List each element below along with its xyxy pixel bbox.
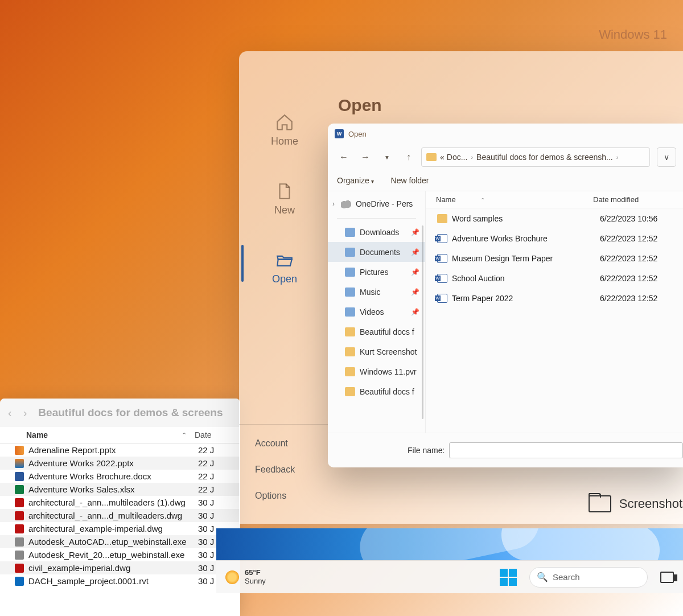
word-file-icon <box>437 274 447 283</box>
file-name: Word samples <box>452 214 600 223</box>
list-item[interactable]: Term Paper 20226/22/2023 12:52 <box>426 288 683 308</box>
list-item[interactable]: architectural_-_ann...d_multileaders.dwg… <box>0 509 240 522</box>
word-file-icon <box>437 294 447 303</box>
tree-folder[interactable]: Kurt Screenshot <box>328 342 425 362</box>
nav-feedback[interactable]: Feedback <box>255 465 314 475</box>
ppt2-file-icon <box>15 459 24 468</box>
nav-new[interactable]: New <box>239 170 330 239</box>
list-item[interactable]: Adventure Works Sales.xlsx22 J <box>0 483 240 496</box>
dwg-file-icon <box>15 524 24 533</box>
open-file-dialog: W Open ← → ▼ ↑ « Doc... › Beautiful docs… <box>328 124 683 467</box>
nav-open[interactable]: Open <box>239 239 330 308</box>
list-item[interactable]: Autodesk_Revit_20...etup_webinstall.exe3… <box>0 548 240 561</box>
pin-icon[interactable]: 📌 <box>411 228 419 236</box>
organize-button[interactable]: Organize <box>337 176 374 185</box>
nav-back-button[interactable]: ← <box>335 148 353 166</box>
col-date-modified[interactable]: Date modified <box>593 195 683 204</box>
home-icon <box>275 113 294 132</box>
tree-music[interactable]: Music 📌 <box>328 282 425 302</box>
pin-icon[interactable]: 📌 <box>411 268 419 276</box>
pin-icon[interactable]: 📌 <box>411 248 419 256</box>
file-name: Adventure Works Brochure.docx <box>28 471 198 481</box>
list-item[interactable]: Autodesk_AutoCAD...etup_webinstall.exe30… <box>0 535 240 548</box>
screenshots-folder-button[interactable]: Screenshots <box>589 495 683 512</box>
mac-col-date[interactable]: Date <box>195 430 240 440</box>
mac-col-name[interactable]: Name <box>26 430 179 440</box>
taskbar-search[interactable]: 🔍 Search <box>529 567 648 588</box>
breadcrumb[interactable]: « Doc... › Beautiful docs for demos & sc… <box>421 147 650 167</box>
ppt-file-icon <box>15 446 24 455</box>
screenshots-label: Screenshots <box>619 496 683 511</box>
file-date: 6/22/2023 10:56 <box>600 214 657 223</box>
pin-icon[interactable]: 📌 <box>411 308 419 316</box>
file-name: architectural_-_ann...d_multileaders.dwg <box>28 511 198 520</box>
tree-folder[interactable]: Windows 11.pvr <box>328 362 425 381</box>
search-icon: 🔍 <box>537 572 548 582</box>
tree-pictures[interactable]: Pictures 📌 <box>328 262 425 282</box>
start-button[interactable] <box>500 569 517 586</box>
folder-open-icon <box>275 250 294 270</box>
search-placeholder: Search <box>553 572 580 582</box>
file-name: architectural_example-imperial.dwg <box>28 524 198 533</box>
refresh-button[interactable]: ∨ <box>657 147 676 167</box>
file-name-input[interactable] <box>449 442 683 458</box>
chevron-right-icon: › <box>616 154 619 161</box>
nav-up-button[interactable]: ↑ <box>400 148 418 166</box>
col-name[interactable]: Name <box>436 195 456 204</box>
list-item[interactable]: School Auction6/22/2023 12:52 <box>426 268 683 288</box>
nav-options[interactable]: Options <box>255 491 314 501</box>
file-date: 22 J <box>198 471 240 481</box>
task-view-button[interactable] <box>660 572 674 583</box>
folder-icon <box>437 214 447 223</box>
documents-icon <box>345 248 355 257</box>
list-item[interactable]: architectural_example-imperial.dwg30 J <box>0 522 240 535</box>
list-item[interactable]: Adventure Works 2022.pptx22 J <box>0 457 240 470</box>
file-name-label: File name: <box>408 446 445 455</box>
list-item[interactable]: DACH_sample_project.0001.rvt30 J <box>0 574 240 588</box>
list-item[interactable]: Museum Design Term Paper6/22/2023 12:52 <box>426 248 683 268</box>
list-item[interactable]: Adrenaline Report.pptx22 J <box>0 443 240 457</box>
rvt-file-icon <box>15 577 24 586</box>
list-item[interactable]: civil_example-imperial.dwg30 J <box>0 561 240 574</box>
tree-downloads[interactable]: Downloads 📌 <box>328 222 425 242</box>
folder-icon <box>426 153 437 161</box>
xlsx-file-icon <box>15 485 24 494</box>
forward-icon[interactable]: › <box>23 406 27 420</box>
breadcrumb-seg2[interactable]: Beautiful docs for demos & screensh... <box>476 153 613 162</box>
tree-onedrive[interactable]: › OneDrive - Pers <box>328 194 425 213</box>
list-item[interactable]: Adventure Works Brochure6/22/2023 12:52 <box>426 228 683 248</box>
nav-home[interactable]: Home <box>239 101 330 170</box>
new-folder-button[interactable]: New folder <box>391 176 429 185</box>
breadcrumb-seg1[interactable]: Doc... <box>447 153 468 162</box>
dialog-file-list: Name ⌃ Date modified Word samples6/22/20… <box>426 191 683 433</box>
tree-folder[interactable]: Beautiful docs f <box>328 322 425 342</box>
file-date: 6/22/2023 12:52 <box>600 254 657 263</box>
sort-caret-icon: ⌃ <box>480 197 485 203</box>
list-item[interactable]: Adventure Works Brochure.docx22 J <box>0 470 240 483</box>
breadcrumb-prefix: « <box>440 153 445 162</box>
dialog-tree[interactable]: › OneDrive - Pers Downloads 📌 Documents … <box>328 191 426 433</box>
dwg-file-icon <box>15 511 24 520</box>
pictures-icon <box>345 268 355 277</box>
back-icon[interactable]: ‹ <box>8 406 12 420</box>
music-icon <box>345 288 355 297</box>
taskbar-weather[interactable]: 65°F Sunny <box>225 569 266 586</box>
nav-history-button[interactable]: ▼ <box>378 148 396 166</box>
file-name: civil_example-imperial.dwg <box>28 563 198 573</box>
file-date: 30 J <box>198 511 240 520</box>
nav-forward-button[interactable]: → <box>356 148 375 166</box>
pin-icon[interactable]: 📌 <box>411 288 419 296</box>
tree-folder[interactable]: Beautiful docs f <box>328 381 425 401</box>
folder-icon <box>589 495 611 512</box>
dwg-file-icon <box>15 498 24 507</box>
nav-account[interactable]: Account <box>255 438 314 449</box>
file-name: Museum Design Term Paper <box>452 254 600 263</box>
tree-documents[interactable]: Documents 📌 <box>328 242 425 262</box>
mac-column-header[interactable]: Name ⌃ Date <box>0 427 240 443</box>
file-date: 6/22/2023 12:52 <box>600 294 657 303</box>
list-item[interactable]: architectural_-_ann...multileaders (1).d… <box>0 496 240 509</box>
list-item[interactable]: Word samples6/22/2023 10:56 <box>426 208 683 228</box>
file-list-header[interactable]: Name ⌃ Date modified <box>426 191 683 208</box>
file-name: School Auction <box>452 274 600 283</box>
tree-videos[interactable]: Videos 📌 <box>328 302 425 322</box>
